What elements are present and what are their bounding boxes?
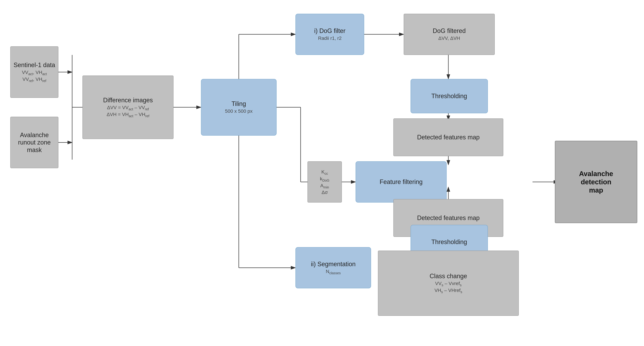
sentinel-title: Sentinel-1 data <box>14 61 55 69</box>
difference-subtitle: ΔVV = VVact – VVrefΔVH = VHact – VHref <box>107 104 149 118</box>
dog-filter-title: i) DoG filter <box>314 27 346 34</box>
feature-filtering-box: Feature filtering <box>356 161 447 203</box>
thresholding-top-box: Thresholding <box>410 79 488 113</box>
difference-images-box: Difference images ΔVV = VVact – VVrefΔVH… <box>82 75 174 139</box>
thresholding-top-title: Thresholding <box>431 92 467 100</box>
detected-features-bottom-title: Detected features map <box>417 214 480 222</box>
runout-mask-box: Avalancherunout zonemask <box>10 117 58 168</box>
feature-filtering-title: Feature filtering <box>380 178 422 186</box>
thresholding-bottom-title: Thresholding <box>431 238 467 246</box>
segmentation-title: ii) Segmentation <box>311 260 356 268</box>
params-box: KcckDoGAminΔσ <box>308 161 342 203</box>
tiling-title: Tiling <box>232 100 246 107</box>
dog-filtered-subtitle: ΔVV, ΔVH <box>438 35 460 41</box>
avalanche-map-box: Avalanchedetectionmap <box>555 141 637 223</box>
dog-filtered-box: DoG filtered ΔVV, ΔVH <box>404 14 495 55</box>
class-change-subtitle: VVs – VvrefsVHs – VHrefs <box>434 281 462 294</box>
tiling-subtitle: 500 x 500 px <box>225 108 252 114</box>
tiling-box: Tiling 500 x 500 px <box>201 79 276 136</box>
detected-features-top-box: Detected features map <box>393 118 503 156</box>
detected-features-top-title: Detected features map <box>417 133 480 141</box>
dog-filter-box: i) DoG filter Radii r1, r2 <box>296 14 364 55</box>
dog-filtered-title: DoG filtered <box>433 27 466 34</box>
sentinel-data-box: Sentinel-1 data VVact, VHactVVref, VHref <box>10 46 58 98</box>
dog-filter-subtitle: Radii r1, r2 <box>318 35 342 41</box>
segmentation-box: ii) Segmentation Nclasses <box>296 247 371 288</box>
class-change-box: Class change VVs – VvrefsVHs – VHrefs <box>378 251 519 316</box>
runout-title: Avalancherunout zonemask <box>18 131 51 154</box>
difference-title: Difference images <box>103 96 153 104</box>
segmentation-subtitle: Nclasses <box>326 268 341 275</box>
class-change-title: Class change <box>430 272 467 280</box>
sentinel-subtitle: VVact, VHactVVref, VHref <box>22 69 47 83</box>
params-subtitle: KcckDoGAminΔσ <box>320 169 329 195</box>
avalanche-map-title: Avalanchedetectionmap <box>579 170 613 194</box>
diagram: Sentinel-1 data VVact, VHactVVref, VHref… <box>0 0 644 346</box>
